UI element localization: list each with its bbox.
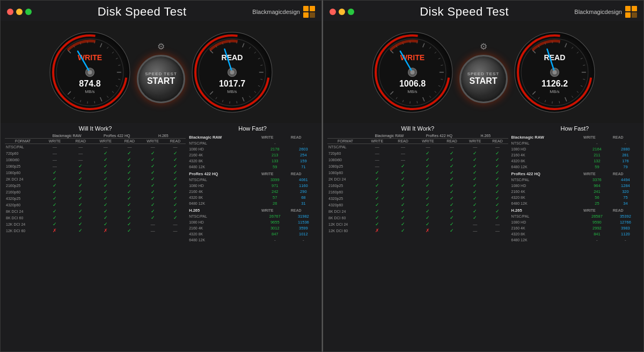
table-row: 8K DCI 60 ✓ ✓ ✓ ✓ ✓ ✓	[5, 214, 186, 221]
brand-logo: Blackmagicdesign	[252, 6, 315, 18]
table-row: 2K DCI 24 ✓ ✓ ✓ ✓ ✓ ✓	[5, 176, 186, 182]
table-row: 1080p25 — ✓ ✓ ✓ ✓ ✓	[327, 163, 508, 169]
how-fast-title: How Fast?	[188, 125, 317, 132]
will-it-work-table: Blackmagic RAW ProRes 422 HQ H.265 FORMA…	[5, 133, 186, 234]
table-row: 1080p60 ✓ ✓ ✓ ✓ ✓ ✓	[5, 169, 186, 176]
table-row: 4320p60 ✓ ✓ ✓ ✓ ✓ ✓	[5, 202, 186, 208]
table-row: NTSC/PAL 33764494	[510, 177, 639, 183]
how-fast-section: How Fast? Blackmagic RAW WRITE READ NTSC…	[188, 125, 317, 348]
svg-text:1126.2: 1126.2	[541, 78, 567, 88]
window-controls[interactable]	[7, 9, 32, 15]
table-row: 2160 4K 242290	[188, 189, 317, 195]
table-row: NTSC/PAL — — — — — —	[5, 144, 186, 150]
h265-header-row: H.265 WRITE READ	[510, 206, 639, 213]
svg-text:1006.8: 1006.8	[399, 78, 425, 88]
write-gauge: WRITE 874.8 MB/s	[48, 31, 131, 114]
table-row: NTSC/PAL — — — — — —	[327, 144, 508, 150]
table-row: 4320 8K 133159	[188, 158, 317, 164]
close-button[interactable]	[7, 9, 13, 15]
table-row: 2160 4K 241320	[510, 189, 639, 195]
table-row: 6480 12K --	[510, 237, 639, 243]
panel-right: Disk Speed Test Blackmagicdesign	[322, 0, 644, 352]
table-row: 2160 4K 211281	[510, 152, 639, 158]
table-row: 1080 HD 965511536	[188, 219, 317, 225]
gauges-section: WRITE 1006.8 MB/s ⚙ SPEED TEST START	[323, 21, 643, 123]
table-row: 4320 8K 5675	[510, 195, 639, 200]
title-bar: Disk Speed Test Blackmagicdesign	[1, 1, 321, 21]
start-button[interactable]: SPEED TEST START	[459, 55, 508, 103]
table-row: 4320 8K 8411120	[510, 231, 639, 237]
speed-test-label2: START	[469, 76, 497, 86]
table-row: 1080i60 — — ✓ ✓ ✓ ✓	[327, 156, 508, 163]
table-row: 720p60 — — ✓ ✓ ✓ ✓	[327, 150, 508, 156]
will-it-work-title: Will It Work?	[327, 125, 508, 132]
brand-logo: Blackmagicdesign	[574, 6, 637, 18]
will-it-work-section: Will It Work? Blackmagic RAW ProRes 422 …	[5, 125, 186, 348]
table-row: 6480 12K --	[188, 237, 317, 243]
table-row: 8K DCI 24 ✓ ✓ ✓ ✓ ✓ ✓	[5, 208, 186, 214]
minimize-button[interactable]	[339, 9, 345, 15]
will-it-work-title: Will It Work?	[5, 125, 186, 132]
gauges-section: WRITE 874.8 MB/s ⚙ SPEED TEST START	[1, 21, 321, 123]
table-row: 2K DCI 24 ✓ ✓ ✓ ✓ ✓ ✓	[327, 176, 508, 182]
how-fast-table: Blackmagic RAW WRITE READ NTSC/PAL -- 10…	[510, 133, 639, 243]
braw-header-row: Blackmagic RAW WRITE READ	[510, 133, 639, 140]
table-row: 1080 HD 9641284	[510, 183, 639, 189]
table-row: 1080p25 — ✓ ✓ ✓ ✓ ✓	[5, 163, 186, 169]
table-row: 720p60 — — ✓ ✓ ✓ ✓	[5, 150, 186, 156]
gear-icon[interactable]: ⚙	[157, 41, 165, 52]
table-row: 6480 12K 5979	[510, 164, 639, 170]
table-row: NTSC/PAL 2658735392	[510, 213, 639, 219]
speed-test-label1: SPEED TEST	[467, 71, 500, 76]
svg-text:MB/s: MB/s	[550, 89, 559, 94]
svg-text:MB/s: MB/s	[227, 89, 237, 94]
minimize-button[interactable]	[16, 9, 23, 15]
app-title: Disk Speed Test	[98, 5, 187, 19]
table-row: 6480 12K 2534	[510, 200, 639, 206]
maximize-button[interactable]	[348, 9, 354, 15]
bmd-logo-squares	[625, 6, 637, 18]
wr-rd-headers: FORMAT WRITEREAD WRITEREAD WRITEREAD	[327, 139, 508, 144]
col-group-headers: Blackmagic RAW ProRes 422 HQ H.265	[5, 133, 186, 139]
table-row: 2160p60 ✓ ✓ ✓ ✓ ✓ ✓	[327, 189, 508, 195]
start-button[interactable]: SPEED TEST START	[137, 55, 185, 103]
how-fast-table: Blackmagic RAW WRITE READ NTSC/PAL -- 10…	[188, 133, 317, 243]
table-row: 12K DCI 24 ✓ ✓ ✓ ✓ — —	[327, 221, 508, 227]
table-row: 2160p25 ✓ ✓ ✓ ✓ ✓ ✓	[327, 182, 508, 189]
table-row: 2160 4K 213254	[188, 152, 317, 158]
will-it-work-section: Will It Work? Blackmagic RAW ProRes 422 …	[327, 125, 508, 348]
table-row: 6480 12K 2631	[188, 200, 317, 206]
table-row: 4320 8K 132176	[510, 158, 639, 164]
bmd-logo-squares	[303, 6, 315, 18]
braw-header-row: Blackmagic RAW WRITE READ	[188, 133, 317, 140]
table-row: 2160p60 ✓ ✓ ✓ ✓ ✓ ✓	[5, 189, 186, 195]
table-row: 4320p25 ✓ ✓ ✓ ✓ ✓ ✓	[327, 195, 508, 202]
table-row: 4320 8K 5768	[188, 195, 317, 200]
svg-point-90	[410, 70, 414, 74]
close-button[interactable]	[330, 9, 336, 15]
how-fast-section: How Fast? Blackmagic RAW WRITE READ NTSC…	[510, 125, 639, 348]
svg-point-28	[87, 70, 92, 74]
prores-header-row: ProRes 422 HQ WRITE READ	[188, 170, 317, 177]
table-row: 12K DCI 24 ✓ ✓ ✓ ✓ — —	[5, 221, 186, 227]
prores-header-row: ProRes 422 HQ WRITE READ	[510, 170, 639, 177]
table-row: 2160 4K 29923983	[510, 225, 639, 231]
svg-text:874.8: 874.8	[79, 78, 100, 88]
table-row: 1080 HD 959012766	[510, 219, 639, 225]
table-row: 1080i60 — — ✓ ✓ ✓ ✓	[5, 156, 186, 163]
table-row: 1080p60 ✓ ✓ ✓ ✓ ✓ ✓	[327, 169, 508, 176]
gear-icon[interactable]: ⚙	[480, 41, 487, 52]
panel-left: Disk Speed Test Blackmagicdesign	[0, 0, 322, 352]
svg-text:MB/s: MB/s	[407, 89, 417, 94]
how-fast-title: How Fast?	[510, 125, 639, 132]
svg-text:1017.7: 1017.7	[219, 78, 245, 88]
wr-rd-headers: FORMAT WRITEREAD WRITEREAD WRITEREAD	[5, 139, 186, 144]
table-row: 8K DCI 24 ✓ ✓ ✓ ✓ ✓ ✓	[327, 208, 508, 214]
window-controls[interactable]	[330, 9, 354, 15]
data-section: Will It Work? Blackmagic RAW ProRes 422 …	[1, 123, 321, 351]
data-section: Will It Work? Blackmagic RAW ProRes 422 …	[323, 123, 643, 351]
table-row: 4320 8K 8471012	[188, 231, 317, 237]
maximize-button[interactable]	[25, 9, 32, 15]
svg-text:READ: READ	[222, 53, 243, 62]
svg-text:READ: READ	[544, 53, 565, 62]
